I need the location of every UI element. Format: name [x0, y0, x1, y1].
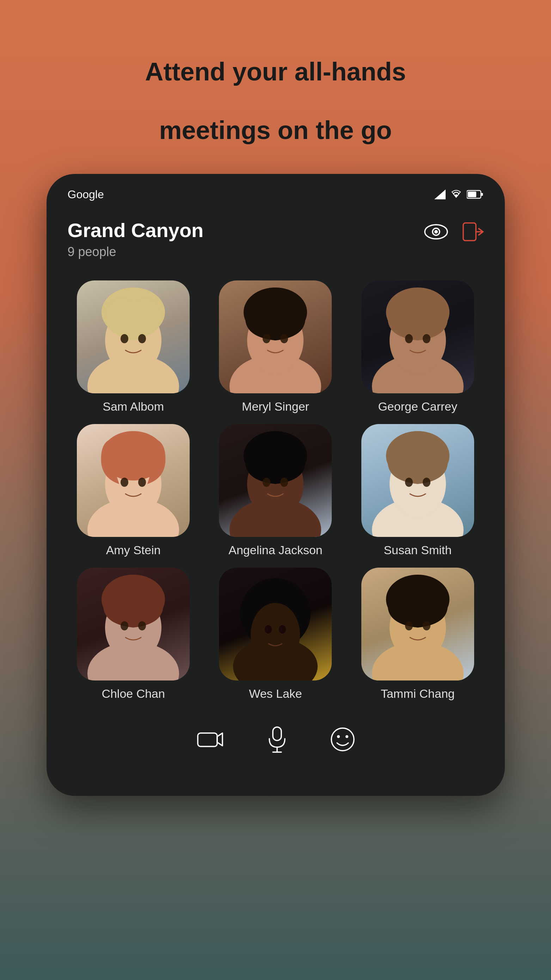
svg-point-12 [121, 334, 128, 343]
participant-card[interactable]: George Carrey [352, 280, 483, 414]
eye-icon [424, 223, 448, 240]
participant-avatar [361, 280, 474, 393]
carrier-label: Google [68, 188, 104, 201]
title-line2: meetings on the go [117, 115, 434, 145]
wifi-icon [450, 189, 462, 199]
exit-icon [462, 222, 484, 241]
svg-point-53 [423, 621, 430, 630]
participant-avatar [219, 568, 332, 681]
svg-point-47 [265, 625, 272, 633]
participant-card[interactable]: Sam Albom [68, 280, 199, 414]
page-title: Attend your all-hands meetings on the go [89, 28, 462, 146]
svg-point-38 [423, 478, 430, 487]
svg-point-52 [405, 621, 413, 630]
participant-avatar [219, 424, 332, 537]
svg-point-42 [121, 621, 128, 630]
svg-point-22 [405, 334, 413, 343]
participant-name: Sam Albom [103, 400, 164, 414]
header-left: Grand Canyon 9 people [68, 219, 204, 259]
participant-card[interactable]: Wes Lake [210, 568, 341, 701]
participant-name: George Carrey [378, 400, 457, 414]
participant-card[interactable]: Susan Smith [352, 424, 483, 557]
svg-point-61 [346, 735, 348, 738]
microphone-button[interactable] [267, 725, 287, 754]
participant-avatar [77, 424, 190, 537]
meeting-title: Grand Canyon [68, 219, 204, 242]
svg-point-27 [121, 478, 128, 487]
svg-point-46 [251, 603, 300, 667]
svg-point-13 [138, 334, 146, 343]
svg-marker-0 [434, 189, 446, 199]
view-button[interactable] [424, 223, 448, 240]
svg-point-23 [423, 334, 430, 343]
svg-point-18 [280, 334, 288, 343]
exit-button[interactable] [462, 222, 484, 241]
svg-point-33 [280, 478, 288, 487]
svg-point-6 [434, 230, 438, 234]
svg-point-43 [138, 621, 146, 630]
participant-avatar [361, 424, 474, 537]
svg-point-28 [138, 478, 146, 487]
participant-avatar [77, 568, 190, 681]
signal-icon [434, 189, 446, 199]
svg-marker-55 [217, 733, 222, 746]
participant-name: Angelina Jackson [229, 543, 322, 557]
participant-card[interactable]: Meryl Singer [210, 280, 341, 414]
svg-point-60 [337, 735, 340, 738]
participants-grid: Sam Albom Meryl Singer [46, 274, 505, 708]
status-bar: Google [46, 174, 505, 208]
participant-avatar [361, 568, 474, 681]
status-icons [434, 189, 484, 199]
participant-avatar [219, 280, 332, 393]
participant-name: Chloe Chan [102, 687, 165, 701]
svg-point-17 [263, 334, 270, 343]
meeting-subtitle: 9 people [68, 245, 204, 259]
svg-rect-3 [481, 193, 483, 196]
participant-name: Susan Smith [384, 543, 452, 557]
bottom-toolbar [46, 708, 505, 768]
participant-card[interactable]: Angelina Jackson [210, 424, 341, 557]
svg-rect-56 [273, 727, 281, 740]
participant-card[interactable]: Chloe Chan [68, 568, 199, 701]
title-line1: Attend your all-hands [117, 56, 434, 87]
participant-card[interactable]: Amy Stein [68, 424, 199, 557]
svg-rect-7 [463, 223, 476, 240]
participant-avatar [77, 280, 190, 393]
svg-point-48 [279, 625, 286, 633]
participant-name: Tammi Chang [381, 687, 455, 701]
svg-point-59 [331, 728, 354, 751]
camera-button[interactable] [196, 729, 224, 750]
emoji-icon [330, 727, 355, 752]
svg-rect-2 [468, 192, 476, 197]
svg-rect-54 [198, 733, 217, 746]
microphone-icon [267, 725, 287, 754]
camera-icon [196, 729, 224, 750]
emoji-button[interactable] [330, 727, 355, 752]
svg-point-37 [405, 478, 413, 487]
participant-name: Amy Stein [106, 543, 161, 557]
battery-icon [467, 189, 484, 199]
participant-name: Meryl Singer [242, 400, 309, 414]
svg-point-32 [263, 478, 270, 487]
meeting-header: Grand Canyon 9 people [46, 208, 505, 274]
phone-frame: Google Grand Canyon 9 people [46, 174, 505, 796]
participant-card[interactable]: Tammi Chang [352, 568, 483, 701]
header-icons [424, 222, 484, 241]
participant-name: Wes Lake [249, 687, 302, 701]
